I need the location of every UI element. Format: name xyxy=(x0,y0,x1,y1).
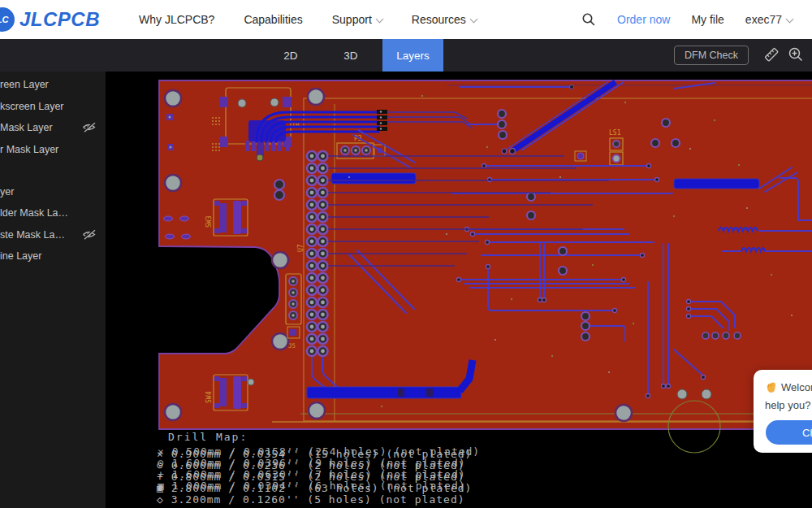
layer-item[interactable]: kscreen Layer xyxy=(0,99,106,114)
svg-text:SW4: SW4 xyxy=(205,391,213,403)
logo-text: JLCPCB xyxy=(19,8,100,31)
my-file-link[interactable]: My file xyxy=(691,13,723,26)
layer-item[interactable]: Mask Layer xyxy=(0,120,106,135)
layer-item[interactable]: ine Layer xyxy=(0,249,106,263)
nav-item-support[interactable]: Support xyxy=(332,13,382,26)
svg-text:LS1: LS1 xyxy=(609,129,621,137)
eye-off-icon[interactable] xyxy=(82,229,96,240)
svg-text:J5: J5 xyxy=(288,342,296,350)
wave-hand-icon xyxy=(765,381,777,393)
dfm-check-button[interactable]: DFM Check xyxy=(674,46,749,65)
gerber-viewer-canvas[interactable]: J8 P3 xyxy=(106,72,812,508)
svg-text:U7: U7 xyxy=(297,244,304,252)
layers-sidebar: reen Layer kscreen Layer Mask Layer r Ma… xyxy=(0,72,106,508)
drill-map-front: × 0.900mm / 0.0354'' (15 holes) (not pla… xyxy=(157,449,472,506)
eye-off-icon[interactable] xyxy=(82,122,96,132)
chat-greeting-line2: help you? xyxy=(765,399,810,411)
tab-layers[interactable]: Layers xyxy=(382,39,443,72)
navbar-right: Order now My file exec77 xyxy=(581,12,812,27)
nav-item-capabilities[interactable]: Capabilities xyxy=(244,13,302,26)
chevron-down-icon xyxy=(469,15,477,24)
tab-3d[interactable]: 3D xyxy=(330,39,372,72)
svg-text:SW3: SW3 xyxy=(205,215,213,228)
logo-mark: LC xyxy=(0,7,15,32)
chat-now-button[interactable]: Ch xyxy=(766,420,812,445)
zoom-in-icon[interactable] xyxy=(788,46,804,63)
layer-item[interactable]: lder Mask La… xyxy=(0,206,106,220)
layer-item[interactable]: reen Layer xyxy=(0,77,106,92)
chevron-down-icon xyxy=(375,15,383,24)
search-icon[interactable] xyxy=(581,12,596,27)
layer-item[interactable]: ste Mask La… xyxy=(0,228,106,242)
chat-widget: Welcome help you? Ch xyxy=(754,370,812,453)
drill-map-title: Drill Map: xyxy=(168,432,248,443)
nav-item-resources[interactable]: Resources xyxy=(412,13,477,26)
tab-2d[interactable]: 2D xyxy=(270,39,312,72)
account-menu[interactable]: exec77 xyxy=(745,13,793,26)
layer-item[interactable]: r Mask Layer xyxy=(0,142,106,157)
ruler-icon[interactable] xyxy=(763,46,780,63)
order-now-link[interactable]: Order now xyxy=(617,13,670,26)
nav-item-why-jlcpcb[interactable]: Why JLCPCB? xyxy=(139,13,214,26)
viewer-toolbar: 2D 3D Layers DFM Check xyxy=(0,39,812,72)
main-nav: Why JLCPCB? Capabilities Support Resourc… xyxy=(139,13,477,26)
chat-greeting: Welcome xyxy=(765,381,812,393)
jlcpcb-logo[interactable]: LC JLCPCB xyxy=(0,7,100,32)
top-navbar: LC JLCPCB Why JLCPCB? Capabilities Suppo… xyxy=(0,0,812,39)
chevron-down-icon xyxy=(786,15,794,24)
layer-item[interactable]: yer xyxy=(0,185,106,199)
